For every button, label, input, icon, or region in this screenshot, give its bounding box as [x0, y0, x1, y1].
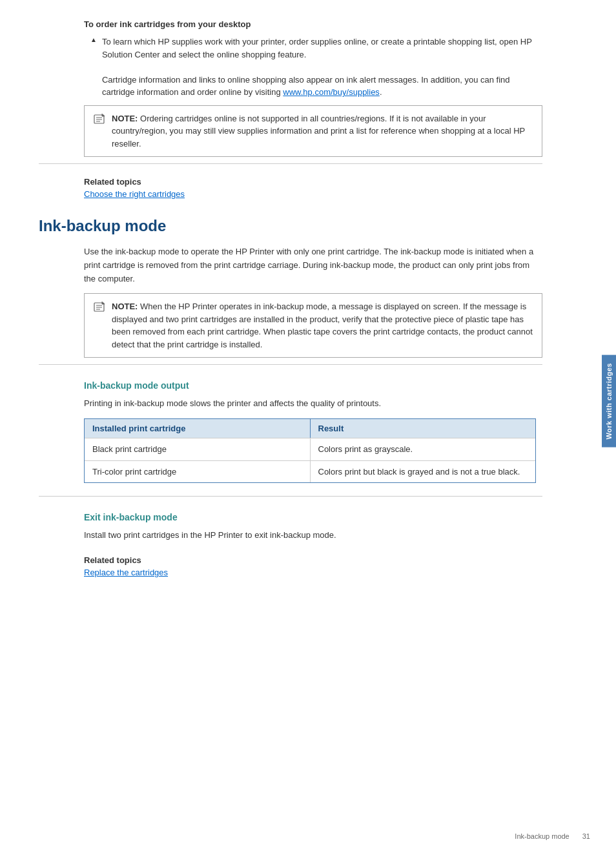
table-header-result-text: Result	[318, 424, 344, 433]
table-cell-cartridge-1: Black print cartridge	[85, 438, 311, 460]
note-label-2: NOTE:	[112, 302, 138, 311]
table-cell-result-1: Colors print as grayscale.	[311, 438, 536, 460]
bullet-main-text: To learn which HP supplies work with you…	[102, 37, 532, 59]
exit-ink-backup-heading: Exit ink-backup mode	[39, 512, 542, 522]
note-content-1: Ordering cartridges online is not suppor…	[112, 114, 525, 149]
note-icon-2	[94, 302, 107, 315]
side-tab: Work with cartridges	[602, 355, 616, 447]
order-section-title: To order ink cartridges from your deskto…	[84, 19, 542, 29]
ink-backup-output-intro: Printing in ink-backup mode slows the pr…	[39, 397, 542, 411]
divider-1	[39, 163, 542, 164]
choose-cartridges-link[interactable]: Choose the right cartridges	[84, 189, 185, 199]
note-text-2: NOTE: When the HP Printer operates in in…	[112, 300, 533, 351]
related-topics-1-title: Related topics	[84, 177, 542, 187]
ink-backup-output-heading: Ink-backup mode output	[39, 380, 542, 391]
footer-page-number: 31	[582, 832, 590, 840]
bullet-text: To learn which HP supplies work with you…	[102, 36, 542, 99]
note-box-2: NOTE: When the HP Printer operates in in…	[84, 293, 542, 358]
ink-backup-table: Installed print cartridge Result Black p…	[84, 418, 536, 483]
bullet-item: ▲ To learn which HP supplies work with y…	[84, 36, 542, 99]
order-section: To order ink cartridges from your deskto…	[39, 19, 542, 157]
divider-2	[39, 364, 542, 365]
page-container: Work with cartridges To order ink cartri…	[0, 0, 616, 853]
table-cell-result-2: Colors print but black is grayed and is …	[311, 461, 536, 483]
note-label-1: NOTE:	[112, 114, 138, 123]
note-icon-1	[94, 114, 107, 127]
related-topics-1: Related topics Choose the right cartridg…	[39, 177, 542, 199]
table-header-cartridge-text: Installed print cartridge	[92, 424, 185, 433]
footer-section-name: Ink-backup mode	[515, 832, 569, 840]
note-box-1: NOTE: Ordering cartridges online is not …	[84, 105, 542, 158]
divider-3	[39, 496, 542, 497]
exit-ink-backup-body: Install two print cartridges in the HP P…	[39, 529, 542, 542]
table-header-row: Installed print cartridge Result	[85, 419, 535, 438]
main-content: To order ink cartridges from your deskto…	[0, 0, 581, 853]
period: .	[380, 87, 382, 97]
page-footer: Ink-backup mode 31	[515, 832, 590, 840]
ink-backup-note-wrapper: NOTE: When the HP Printer operates in in…	[39, 293, 542, 358]
note-text-1: NOTE: Ordering cartridges online is not …	[112, 112, 533, 150]
side-tab-label: Work with cartridges	[605, 363, 613, 440]
note-content-2: When the HP Printer operates in ink-back…	[112, 302, 533, 349]
related-topics-2-title: Related topics	[84, 555, 542, 565]
related-topics-2: Related topics Replace the cartridges	[39, 555, 542, 577]
bullet-triangle-icon: ▲	[90, 36, 97, 43]
table-row-2: Tri-color print cartridge Colors print b…	[85, 460, 535, 483]
table-row-1: Black print cartridge Colors print as gr…	[85, 438, 535, 460]
ink-backup-heading: Ink-backup mode	[39, 217, 542, 235]
hp-supplies-link[interactable]: www.hp.com/buy/supplies	[283, 87, 380, 97]
replace-cartridges-link[interactable]: Replace the cartridges	[84, 568, 168, 577]
ink-backup-body: Use the ink-backup mode to operate the H…	[39, 245, 542, 285]
table-header-cartridge: Installed print cartridge	[85, 419, 311, 438]
table-cell-cartridge-2: Tri-color print cartridge	[85, 461, 311, 483]
table-header-result: Result	[311, 419, 536, 438]
